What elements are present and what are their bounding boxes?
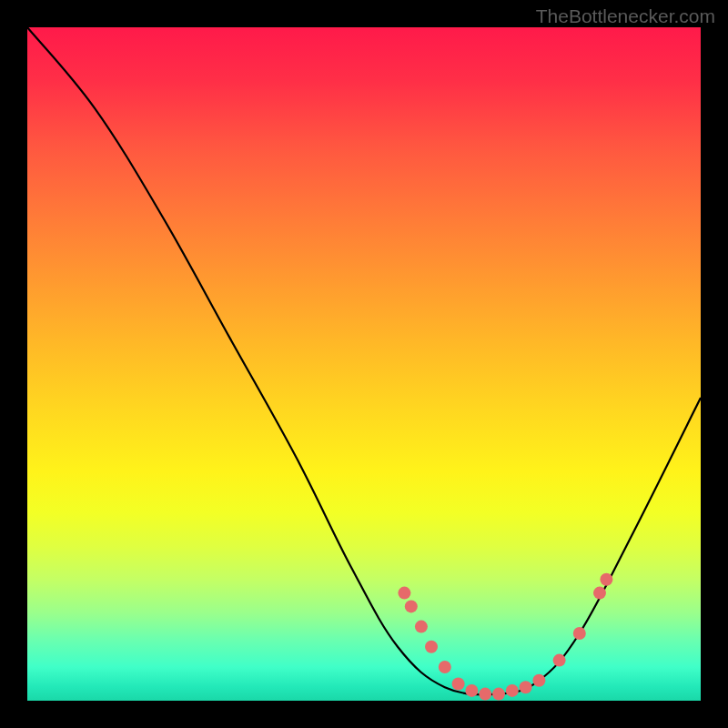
chart-marker xyxy=(593,587,606,600)
chart-marker xyxy=(398,587,410,600)
chart-marker xyxy=(600,573,612,586)
chart-markers xyxy=(398,573,612,701)
chart-marker xyxy=(415,621,428,633)
chart-marker xyxy=(532,674,545,687)
chart-marker xyxy=(492,688,505,701)
chart-marker xyxy=(439,661,451,673)
chart-svg xyxy=(27,27,701,701)
chart-marker xyxy=(553,654,566,667)
chart-plot-area xyxy=(27,27,701,701)
chart-marker xyxy=(452,678,465,691)
chart-marker xyxy=(506,684,519,697)
chart-marker xyxy=(573,627,586,640)
chart-marker xyxy=(425,641,438,653)
chart-marker xyxy=(520,681,532,693)
chart-marker xyxy=(405,600,418,612)
watermark-text: TheBottlenecker.com xyxy=(536,5,715,27)
chart-marker xyxy=(479,688,491,701)
chart-marker xyxy=(465,684,478,697)
